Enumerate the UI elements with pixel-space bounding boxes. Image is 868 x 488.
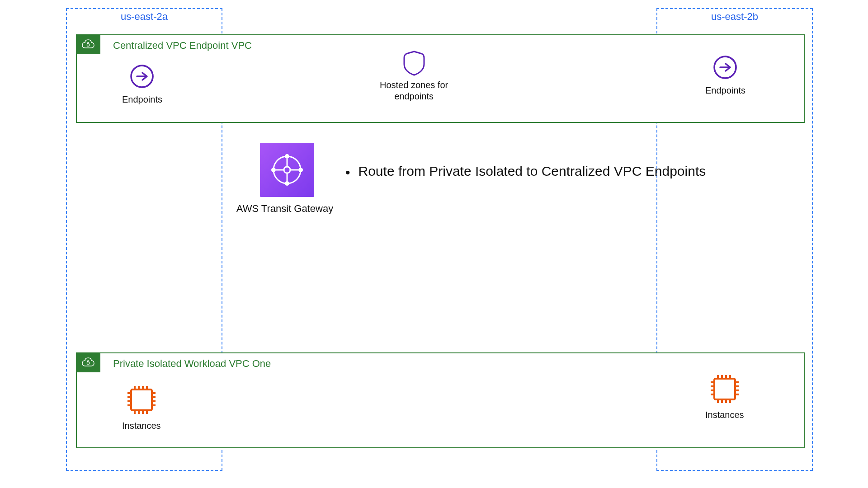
chip-icon (124, 382, 159, 418)
bullet-route-note: • Route from Private Isolated to Central… (345, 164, 752, 181)
node-endpoints-left-label: Endpoints (122, 94, 162, 105)
svg-rect-31 (714, 379, 735, 399)
vpc-isolated-badge (76, 352, 100, 372)
cloud-lock-icon (80, 38, 96, 50)
node-instances-right-label: Instances (705, 409, 744, 421)
bullet-text: Route from Private Isolated to Centraliz… (359, 164, 706, 179)
shield-icon (398, 49, 430, 77)
node-instances-right: Instances (705, 371, 744, 421)
vpc-centralized: Centralized VPC Endpoint VPC Endpoints H… (76, 34, 805, 123)
transit-gateway-icon (268, 150, 307, 189)
node-instances-left-label: Instances (122, 420, 161, 432)
node-endpoints-left: Endpoints (122, 61, 162, 105)
endpoint-icon (710, 52, 740, 82)
az-label-right: us-east-2b (657, 11, 812, 23)
node-endpoints-right: Endpoints (705, 52, 745, 96)
vpc-centralized-badge (76, 34, 100, 54)
vpc-centralized-title: Centralized VPC Endpoint VPC (113, 40, 252, 52)
transit-gateway-label: AWS Transit Gateway (236, 202, 333, 215)
svg-rect-14 (131, 389, 152, 410)
svg-rect-13 (87, 362, 90, 364)
endpoint-icon (127, 61, 157, 91)
svg-point-5 (285, 154, 289, 159)
chip-icon (707, 371, 742, 407)
vpc-isolated-title: Private Isolated Workload VPC One (113, 358, 271, 370)
transit-gateway-tile (260, 143, 314, 197)
node-hosted-zones: Hosted zones for endpoints (380, 49, 448, 102)
node-transit-gateway: AWS Transit Gateway (226, 143, 344, 215)
node-endpoints-right-label: Endpoints (705, 85, 745, 96)
svg-point-6 (285, 181, 289, 186)
svg-point-4 (284, 167, 290, 173)
cloud-lock-icon (80, 357, 96, 368)
svg-point-8 (298, 168, 303, 172)
node-hosted-zones-label: Hosted zones for endpoints (380, 80, 448, 102)
svg-rect-0 (87, 44, 90, 46)
vpc-isolated: Private Isolated Workload VPC One Instan… (76, 352, 805, 448)
az-label-left: us-east-2a (67, 11, 222, 23)
svg-point-7 (271, 168, 276, 172)
bullet-dot: • (345, 164, 350, 181)
node-instances-left: Instances (122, 382, 161, 432)
